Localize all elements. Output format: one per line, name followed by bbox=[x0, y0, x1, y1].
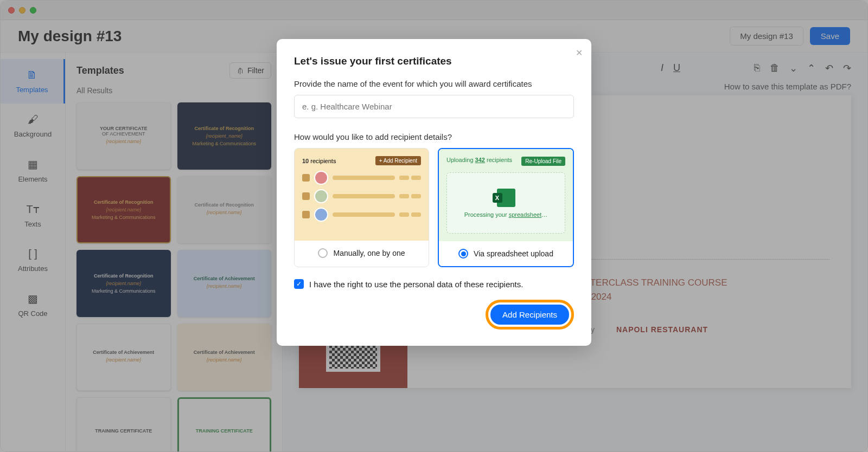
modal-title: Let's issue your first certificates bbox=[294, 55, 574, 67]
event-name-input[interactable] bbox=[294, 95, 574, 118]
option-manual[interactable]: 10 recipients+ Add Recipient Manually, o… bbox=[294, 148, 429, 267]
issue-certificates-modal: ✕ Let's issue your first certificates Pr… bbox=[277, 39, 591, 346]
modal-overlay: ✕ Let's issue your first certificates Pr… bbox=[0, 0, 868, 452]
event-name-label: Provide the name of the event for which … bbox=[294, 79, 574, 88]
excel-icon bbox=[497, 189, 515, 207]
checkbox-checked-icon[interactable]: ✓ bbox=[294, 279, 304, 289]
recipient-method-label: How would you like to add recipient deta… bbox=[294, 132, 574, 141]
radio-icon bbox=[318, 248, 328, 258]
add-recipients-button[interactable]: Add Recipients bbox=[490, 305, 569, 325]
add-recipients-highlight: Add Recipients bbox=[486, 300, 574, 330]
radio-icon bbox=[458, 249, 468, 259]
close-icon[interactable]: ✕ bbox=[576, 48, 583, 58]
consent-row[interactable]: ✓ I have the right to use the personal d… bbox=[294, 279, 574, 289]
option-spreadsheet[interactable]: Uploading 342 recipientsRe-Upload File P… bbox=[438, 148, 574, 267]
